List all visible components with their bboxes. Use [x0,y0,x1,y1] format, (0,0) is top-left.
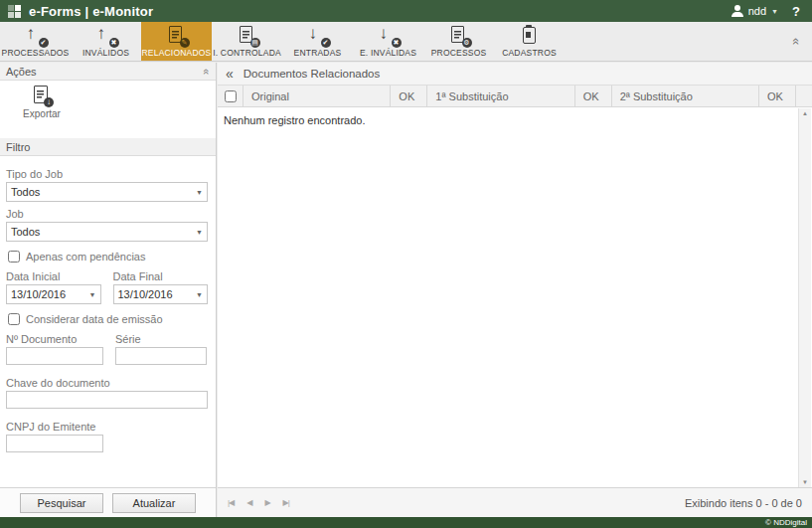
main-toolbar: ↑✔ PROCESSADOS ↑✖ INVÁLIDOS ✎ RELACIONAD… [0,22,812,62]
tab-cadastros[interactable]: CADASTROS [494,22,565,61]
serie-label: Série [115,333,207,345]
actions-panel-header: Ações « [0,63,216,81]
num-documento-label: Nº Documento [6,333,103,345]
document-attach-icon: ✎ [167,26,187,46]
table-body: Nenhum registro encontrado. [218,108,797,487]
scrollbar-spacer [796,86,812,106]
page-title: Documentos Relacionados [244,68,380,80]
chevron-down-icon: ▼ [196,229,203,236]
apenas-pendencias-checkbox[interactable] [8,251,20,263]
column-ok-2[interactable]: OK [575,86,612,106]
chave-label: Chave do documento [6,377,208,389]
app-footer: © NDDigital [0,517,812,528]
download-cross-icon: ↓✖ [379,26,399,46]
document-gear-icon: ⚙ [449,26,469,46]
scroll-up-icon[interactable]: ▲ [799,110,811,116]
job-select[interactable]: Todos ▼ [6,222,208,242]
status-bar: |◀ ◀ ▶ ▶| Exibindo itens 0 - 0 de 0 [218,487,812,517]
export-button[interactable]: ↓ Exportar [18,86,66,119]
copyright-text: © NDDigital [765,518,807,527]
items-count: Exibindo itens 0 - 0 de 0 [685,497,802,509]
chevron-down-icon: ▼ [196,189,203,196]
filter-panel-header: Filtro [0,138,216,156]
data-final-label: Data Final [113,270,209,282]
select-all-cell [218,86,244,106]
data-inicial-label: Data Inicial [6,270,101,282]
column-original[interactable]: Original [244,86,391,106]
sidebar-footer: Pesquisar Atualizar [0,487,216,517]
prev-page-icon[interactable]: ◀ [246,498,251,507]
chevron-down-icon: ▼ [89,291,96,298]
main-titlebar: « Documentos Relacionados [218,63,812,86]
help-button[interactable]: ? [788,4,804,19]
num-documento-input[interactable] [6,347,103,365]
last-page-icon[interactable]: ▶| [283,498,289,507]
data-inicial-picker[interactable]: 13/10/2016 ▼ [6,284,101,304]
select-all-checkbox[interactable] [225,90,237,102]
document-print-icon: ▤ [238,26,257,46]
actions-collapse-icon[interactable]: « [201,68,213,74]
apenas-pendencias-label: Apenas com pendências [26,251,145,263]
tipo-do-job-label: Tipo do Job [6,168,208,180]
considerar-emissao-label: Considerar data de emissão [26,313,163,325]
first-page-icon[interactable]: |◀ [228,498,234,507]
download-check-icon: ↓✔ [308,26,328,46]
app-title: e-Forms | e-Monitor [29,4,153,19]
column-1a-substituicao[interactable]: 1ª Substituição [427,86,574,106]
tab-processos[interactable]: ⚙ PROCESSOS [423,22,494,61]
tab-processados[interactable]: ↑✔ PROCESSADOS [0,22,71,61]
data-final-picker[interactable]: 13/10/2016 ▼ [113,284,209,304]
user-name: ndd [748,5,766,17]
sidebar: Ações « ↓ Exportar Filtro Tipo do Job To… [0,63,217,517]
considerar-emissao-checkbox[interactable] [8,313,20,325]
column-2a-substituicao[interactable]: 2ª Substituição [612,86,759,106]
column-ok-3[interactable]: OK [759,86,796,106]
table-header: Original OK 1ª Substituição OK 2ª Substi… [218,86,812,107]
app-header: e-Forms | e-Monitor ndd ▼ ? [0,0,812,22]
chave-documento-input[interactable] [6,391,208,409]
filter-panel-title: Filtro [6,141,30,153]
clipboard-icon [520,26,540,46]
atualizar-button[interactable]: Atualizar [112,493,196,513]
pager: |◀ ◀ ▶ ▶| [228,498,289,507]
cnpj-label: CNPJ do Emitente [6,421,208,433]
column-ok-1[interactable]: OK [391,86,427,106]
chevron-down-icon: ▼ [196,291,203,298]
tab-i-controlada[interactable]: ▤ I. CONTROLADA [212,22,282,61]
user-icon [731,5,743,17]
tab-entradas[interactable]: ↓✔ ENTRADAS [282,22,353,61]
export-document-icon: ↓ [33,86,51,105]
tab-relacionados[interactable]: ✎ RELACIONADOS [141,22,212,61]
collapse-sidebar-icon[interactable]: « [226,66,234,82]
tab-invalidos[interactable]: ↑✖ INVÁLIDOS [71,22,141,61]
actions-panel-title: Ações [6,66,37,78]
chevron-down-icon: ▼ [771,8,778,15]
upload-check-icon: ↑✔ [26,26,46,46]
tipo-do-job-select[interactable]: Todos ▼ [6,182,208,202]
job-label: Job [6,208,208,220]
cnpj-emitente-input[interactable] [6,435,103,452]
upload-cross-icon: ↑✖ [96,26,116,46]
user-menu[interactable]: ndd ▼ [731,5,778,17]
vertical-scrollbar[interactable]: ▲ ▼ [798,108,811,487]
filter-form: Tipo do Job Todos ▼ Job Todos ▼ Apenas c… [0,156,216,452]
next-page-icon[interactable]: ▶ [264,498,269,507]
scroll-down-icon[interactable]: ▼ [799,479,811,485]
pesquisar-button[interactable]: Pesquisar [20,493,103,513]
main-panel: « Documentos Relacionados Original OK 1ª… [218,63,812,517]
tab-e-invalidas[interactable]: ↓✖ E. INVÁLIDAS [353,22,423,61]
toolbar-collapse-icon[interactable]: « [789,38,804,45]
ndd-logo-icon [8,5,21,18]
serie-input[interactable] [115,347,207,365]
actions-panel-body: ↓ Exportar [0,81,216,138]
empty-message: Nenhum registro encontrado. [218,108,797,132]
